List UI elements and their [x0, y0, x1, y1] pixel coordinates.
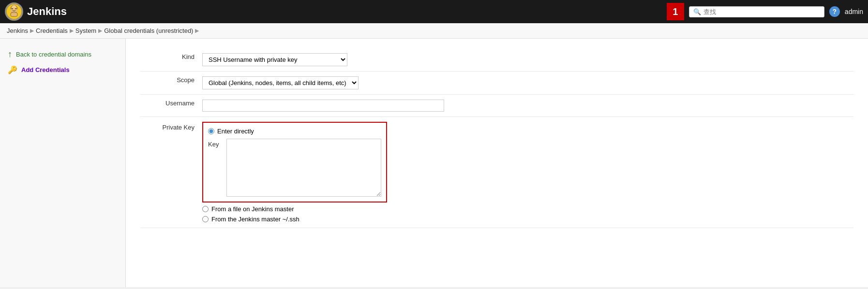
from-ssh-radio[interactable]	[202, 216, 209, 222]
private-key-label: Private Key	[140, 117, 198, 228]
logo-text: Jenkins	[27, 5, 67, 18]
key-icon: 🔑	[8, 65, 17, 74]
key-textarea[interactable]	[226, 139, 381, 197]
main-container: ↑ Back to credential domains 🔑 Add Crede…	[0, 39, 868, 287]
content-area: Kind SSH Username with private key Scope…	[126, 39, 868, 287]
username-field-cell	[198, 95, 853, 117]
build-badge[interactable]: 1	[667, 3, 684, 20]
breadcrumb-sep-2: ▶	[70, 28, 74, 34]
arrow-up-icon: ↑	[8, 49, 12, 59]
username-input[interactable]	[202, 100, 444, 112]
breadcrumb-sep-3: ▶	[98, 28, 102, 34]
kind-field-cell: SSH Username with private key	[198, 48, 853, 72]
breadcrumb-credentials[interactable]: Credentials	[36, 27, 68, 34]
private-key-row: Private Key Enter directly Key	[140, 117, 853, 228]
from-file-option: From a file on Jenkins master	[202, 205, 850, 213]
scope-row: Scope Global (Jenkins, nodes, items, all…	[140, 72, 853, 95]
breadcrumb-sep-1: ▶	[30, 28, 34, 34]
search-box: 🔍	[689, 6, 824, 17]
sidebar: ↑ Back to credential domains 🔑 Add Crede…	[0, 39, 126, 287]
key-label: Key	[208, 141, 223, 148]
key-subrow: Key	[208, 139, 381, 197]
search-input[interactable]	[703, 8, 820, 15]
logo-area: Jenkins	[5, 2, 662, 21]
breadcrumb-global-credentials[interactable]: Global credentials (unrestricted)	[104, 27, 193, 34]
enter-directly-radio[interactable]	[208, 128, 214, 134]
svg-point-5	[12, 8, 13, 9]
sidebar-item-back[interactable]: ↑ Back to credential domains	[0, 46, 125, 62]
jenkins-logo-icon	[5, 2, 23, 21]
admin-label: admin	[845, 8, 863, 15]
from-ssh-option: From the Jenkins master ~/.ssh	[202, 216, 850, 223]
kind-select[interactable]: SSH Username with private key	[202, 53, 347, 66]
kind-label: Kind	[140, 48, 198, 72]
enter-directly-option: Enter directly	[208, 128, 381, 135]
kind-row: Kind SSH Username with private key	[140, 48, 853, 72]
sidebar-item-add-credentials[interactable]: 🔑 Add Credentials	[0, 62, 125, 77]
username-label: Username	[140, 95, 198, 117]
header: Jenkins 1 🔍 ? admin	[0, 0, 868, 23]
svg-point-6	[15, 8, 16, 9]
help-icon[interactable]: ?	[829, 6, 840, 17]
scope-field-cell: Global (Jenkins, nodes, items, all child…	[198, 72, 853, 95]
sidebar-add-label: Add Credentials	[21, 66, 70, 73]
scope-label: Scope	[140, 72, 198, 95]
private-key-field-cell: Enter directly Key From a file on Jenkin…	[198, 117, 853, 228]
form-table: Kind SSH Username with private key Scope…	[140, 48, 853, 228]
svg-point-3	[10, 8, 18, 13]
breadcrumb-system[interactable]: System	[75, 27, 96, 34]
username-row: Username	[140, 95, 853, 117]
from-file-radio[interactable]	[202, 206, 209, 212]
scope-select[interactable]: Global (Jenkins, nodes, items, all child…	[202, 76, 359, 89]
breadcrumb: Jenkins ▶ Credentials ▶ System ▶ Global …	[0, 23, 868, 39]
breadcrumb-jenkins[interactable]: Jenkins	[7, 27, 28, 34]
from-file-label: From a file on Jenkins master	[211, 205, 294, 213]
sidebar-back-label: Back to credential domains	[16, 51, 91, 58]
private-key-box: Enter directly Key	[202, 122, 387, 202]
svg-rect-4	[11, 13, 17, 16]
search-icon: 🔍	[693, 8, 701, 15]
breadcrumb-sep-4: ▶	[195, 28, 199, 34]
from-ssh-label: From the Jenkins master ~/.ssh	[211, 216, 299, 223]
enter-directly-label: Enter directly	[217, 128, 254, 135]
